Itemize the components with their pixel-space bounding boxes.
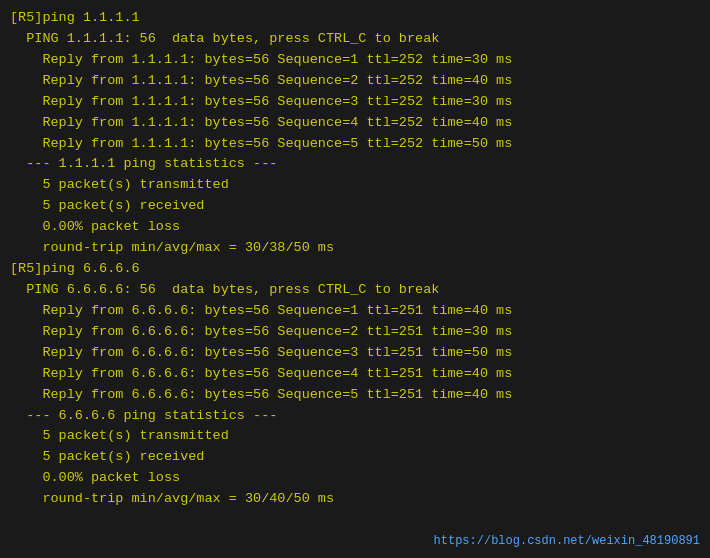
terminal-line-1: [R5]ping 1.1.1.1 bbox=[10, 8, 700, 29]
terminal-line-6: Reply from 1.1.1.1: bytes=56 Sequence=4 … bbox=[10, 113, 700, 134]
watermark: https://blog.csdn.net/weixin_48190891 bbox=[434, 534, 700, 548]
terminal-line-9: --- 1.1.1.1 ping statistics --- bbox=[10, 154, 700, 175]
terminal-line-5: Reply from 1.1.1.1: bytes=56 Sequence=3 … bbox=[10, 92, 700, 113]
terminal-line-19: Reply from 6.6.6.6: bytes=56 Sequence=3 … bbox=[10, 343, 700, 364]
terminal-line-26: 0.00% packet loss bbox=[10, 468, 700, 489]
terminal-line-7: Reply from 1.1.1.1: bytes=56 Sequence=5 … bbox=[10, 134, 700, 155]
terminal-window: [R5]ping 1.1.1.1 PING 1.1.1.1: 56 data b… bbox=[0, 0, 710, 558]
terminal-line-11: 5 packet(s) received bbox=[10, 196, 700, 217]
terminal-line-18: Reply from 6.6.6.6: bytes=56 Sequence=2 … bbox=[10, 322, 700, 343]
terminal-line-20: Reply from 6.6.6.6: bytes=56 Sequence=4 … bbox=[10, 364, 700, 385]
terminal-line-3: Reply from 1.1.1.1: bytes=56 Sequence=1 … bbox=[10, 50, 700, 71]
terminal-line-12: 0.00% packet loss bbox=[10, 217, 700, 238]
terminal-line-27: round-trip min/avg/max = 30/40/50 ms bbox=[10, 489, 700, 510]
terminal-line-21: Reply from 6.6.6.6: bytes=56 Sequence=5 … bbox=[10, 385, 700, 406]
terminal-line-4: Reply from 1.1.1.1: bytes=56 Sequence=2 … bbox=[10, 71, 700, 92]
terminal-line-13: round-trip min/avg/max = 30/38/50 ms bbox=[10, 238, 700, 259]
terminal-line-23: --- 6.6.6.6 ping statistics --- bbox=[10, 406, 700, 427]
terminal-line-25: 5 packet(s) received bbox=[10, 447, 700, 468]
terminal-line-24: 5 packet(s) transmitted bbox=[10, 426, 700, 447]
terminal-line-2: PING 1.1.1.1: 56 data bytes, press CTRL_… bbox=[10, 29, 700, 50]
terminal-line-16: PING 6.6.6.6: 56 data bytes, press CTRL_… bbox=[10, 280, 700, 301]
terminal-line-17: Reply from 6.6.6.6: bytes=56 Sequence=1 … bbox=[10, 301, 700, 322]
terminal-line-10: 5 packet(s) transmitted bbox=[10, 175, 700, 196]
terminal-line-15: [R5]ping 6.6.6.6 bbox=[10, 259, 700, 280]
